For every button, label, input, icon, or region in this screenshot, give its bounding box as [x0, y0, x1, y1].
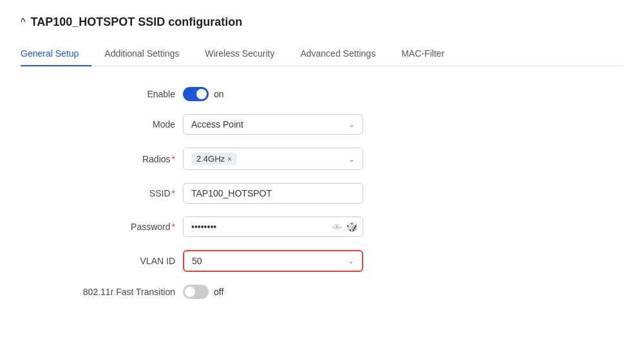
password-wrapper: 👁 🎲	[183, 216, 363, 237]
tab-mac-filter[interactable]: MAC-Filter	[388, 42, 457, 66]
fast-transition-label: 802.11r Fast Transition	[72, 287, 175, 297]
radios-chevron-icon: ⌄	[348, 155, 355, 164]
password-required: *	[172, 222, 175, 232]
fast-transition-toggle[interactable]	[183, 285, 209, 299]
fast-transition-row: 802.11r Fast Transition off	[72, 285, 572, 299]
ssid-input[interactable]	[183, 183, 363, 204]
vlan-select[interactable]: 50 ⌄	[183, 250, 363, 272]
collapse-chevron[interactable]: ^	[21, 17, 26, 28]
radios-row: Radios* 2.4GHz × ⌄	[72, 148, 572, 170]
tab-bar: General Setup Additional Settings Wirele…	[21, 42, 623, 66]
vlan-row: VLAN ID 50 ⌄	[72, 250, 572, 272]
tab-general-setup[interactable]: General Setup	[21, 42, 91, 66]
enable-toggle-label: on	[214, 89, 224, 99]
enable-toggle-wrapper: on	[183, 87, 224, 101]
radios-required: *	[172, 154, 175, 164]
mode-chevron-icon: ⌄	[348, 120, 355, 129]
vlan-value: 50	[192, 256, 202, 266]
ssid-label: SSID*	[72, 188, 175, 198]
mode-value: Access Point	[191, 119, 243, 130]
mode-row: Mode Access Point ⌄	[72, 114, 572, 135]
page-title: ^ TAP100_HOTSPOT SSID configuration	[21, 15, 623, 29]
password-toggle-visibility-icon[interactable]: 👁	[332, 222, 342, 233]
password-row: Password* 👁 🎲	[72, 216, 572, 237]
password-icons: 👁 🎲	[332, 221, 358, 233]
ssid-row: SSID*	[72, 183, 572, 204]
enable-toggle[interactable]	[183, 87, 209, 101]
password-generate-icon[interactable]: 🎲	[346, 221, 358, 233]
fast-transition-state-label: off	[214, 287, 223, 297]
tab-additional-settings[interactable]: Additional Settings	[91, 42, 192, 66]
fast-transition-toggle-wrapper: off	[183, 285, 223, 299]
vlan-label: VLAN ID	[72, 256, 175, 266]
radios-tag-container: 2.4GHz ×	[191, 153, 237, 165]
form-area: Enable on Mode Access Point ⌄ Radios*	[21, 87, 623, 299]
vlan-chevron-icon: ⌄	[348, 256, 354, 265]
enable-row: Enable on	[72, 87, 572, 101]
radios-tag-remove[interactable]: ×	[227, 155, 232, 164]
radios-label: Radios*	[72, 154, 175, 164]
password-label: Password*	[72, 222, 175, 232]
tab-advanced-settings[interactable]: Advanced Settings	[287, 42, 388, 66]
mode-select[interactable]: Access Point ⌄	[183, 114, 363, 135]
enable-label: Enable	[72, 89, 175, 99]
mode-label: Mode	[72, 119, 175, 130]
radios-select[interactable]: 2.4GHz × ⌄	[183, 148, 363, 170]
tab-wireless-security[interactable]: Wireless Security	[192, 42, 287, 66]
radios-tag: 2.4GHz ×	[191, 153, 237, 165]
ssid-required: *	[172, 188, 175, 198]
